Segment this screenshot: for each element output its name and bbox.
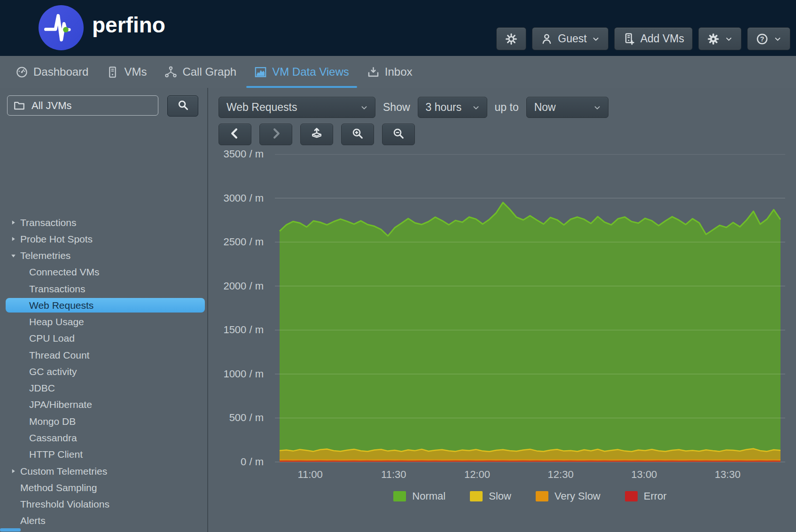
tree-item-method-sampling[interactable]: Method Sampling [6, 480, 205, 495]
tree-item-label: Probe Hot Spots [20, 234, 93, 245]
user-icon [540, 32, 553, 45]
legend-swatch [470, 491, 483, 501]
tree-item-label: Mongo DB [29, 416, 76, 427]
tree-item-transactions[interactable]: Transactions [6, 215, 205, 230]
tree-item-label: Thread Count [29, 350, 89, 361]
user-menu-button[interactable]: Guest [532, 27, 608, 50]
show-label: Show [383, 101, 410, 114]
settings-menu-button[interactable] [698, 27, 741, 50]
export-icon [310, 127, 323, 142]
x-axis-label: 13:30 [706, 469, 749, 481]
tree-item-memory[interactable]: Memory [6, 530, 205, 532]
x-axis-label: 12:30 [539, 469, 582, 481]
tab-inbox[interactable]: Inbox [358, 56, 421, 88]
sidebar: All JVMs TransactionsProbe Hot SpotsTele… [0, 88, 207, 532]
tree-item-heap-usage[interactable]: Heap Usage [6, 315, 205, 329]
metric-select-value: Web Requests [226, 101, 297, 114]
legend-label: Normal [412, 490, 445, 502]
zoom-out-icon [392, 127, 405, 142]
help-icon: ? [756, 32, 769, 46]
telemetry-tree: TransactionsProbe Hot SpotsTelemetriesCo… [0, 88, 207, 532]
app-title: perfino [92, 12, 165, 38]
chart-toolbar: Web Requests Show 3 hours up to Now [219, 97, 609, 118]
tree-item-web-requests[interactable]: Web Requests [6, 298, 205, 313]
tab-vm-data-views[interactable]: VM Data Views [245, 56, 358, 88]
y-axis-label: 2000 / m [208, 280, 264, 292]
legend-item-normal: Normal [393, 490, 445, 502]
export-button[interactable] [300, 124, 333, 145]
tree-item-cpu-load[interactable]: CPU Load [6, 331, 205, 346]
legend-label: Very Slow [554, 490, 601, 502]
tab-vms[interactable]: VMs [97, 56, 156, 88]
triangle-right-icon[interactable] [10, 236, 17, 242]
tree-item-gc-activity[interactable]: GC activity [6, 364, 205, 379]
vm-data-views-icon [254, 66, 267, 78]
chevron-right-icon [269, 127, 282, 142]
main-content: Web Requests Show 3 hours up to Now [207, 88, 796, 532]
tab-call-graph[interactable]: Call Graph [156, 56, 245, 88]
chevron-down-icon [593, 103, 601, 112]
chevron-down-icon [592, 35, 600, 43]
legend-item-error: Error [625, 490, 667, 502]
tree-item-cassandra[interactable]: Cassandra [6, 431, 205, 446]
add-vms-button[interactable]: Add VMs [614, 27, 693, 50]
tree-item-jpa-hibernate[interactable]: JPA/Hibernate [6, 398, 205, 412]
quick-settings-button[interactable] [496, 27, 526, 50]
tree-item-label: Telemetries [20, 250, 70, 261]
tree-item-jdbc[interactable]: JDBC [6, 381, 205, 396]
tree-item-label: Transactions [29, 283, 85, 295]
tree-item-label: Cassandra [29, 432, 77, 444]
legend-swatch [536, 491, 548, 501]
call-graph-icon [164, 66, 177, 78]
chart-nav-buttons [219, 124, 415, 145]
triangle-down-icon[interactable] [10, 253, 17, 259]
tree-item-threshold-violations[interactable]: Threshold Violations [6, 497, 205, 512]
tree-item-connected-vms[interactable]: Connected VMs [6, 265, 205, 280]
time-range-value: 3 hours [426, 101, 462, 114]
chevron-down-icon [472, 103, 480, 112]
zoom-in-icon [351, 127, 364, 142]
tree-item-probe-hot-spots[interactable]: Probe Hot Spots [6, 232, 205, 246]
tree-item-label: Alerts [20, 515, 46, 526]
chevron-down-icon [773, 35, 782, 43]
add-vms-icon [623, 32, 636, 46]
zoom-in-button[interactable] [341, 124, 374, 145]
tree-item-transactions[interactable]: Transactions [6, 282, 205, 296]
tree-item-label: GC activity [29, 366, 77, 377]
tree-item-mongo-db[interactable]: Mongo DB [6, 414, 205, 429]
perfino-app: perfino Guest Add VMs ? [0, 0, 796, 532]
back-button[interactable] [219, 124, 251, 145]
end-time-select[interactable]: Now [526, 97, 609, 118]
end-time-value: Now [534, 101, 556, 114]
time-range-select[interactable]: 3 hours [418, 97, 487, 118]
y-axis-label: 1000 / m [208, 368, 264, 380]
chevron-down-icon [360, 103, 368, 112]
tree-item-http-client[interactable]: HTTP Client [6, 447, 205, 462]
forward-button[interactable] [259, 124, 292, 145]
main-nav: DashboardVMsCall GraphVM Data ViewsInbox [0, 56, 796, 88]
triangle-right-icon[interactable] [10, 468, 17, 474]
tree-item-custom-telemetries[interactable]: Custom Telemetries [6, 464, 205, 478]
help-menu-button[interactable]: ? [747, 27, 790, 50]
metric-select[interactable]: Web Requests [219, 97, 375, 118]
tree-item-label: Transactions [20, 217, 76, 228]
svg-text:?: ? [760, 35, 765, 43]
inbox-icon [367, 66, 380, 78]
horizontal-scrollbar-thumb[interactable] [0, 528, 21, 532]
tree-item-label: Method Sampling [20, 482, 97, 493]
zoom-out-button[interactable] [382, 124, 415, 145]
tree-item-label: Connected VMs [29, 266, 99, 278]
y-axis-label: 0 / m [208, 456, 264, 468]
web-requests-chart[interactable] [275, 154, 785, 464]
tab-dashboard[interactable]: Dashboard [7, 56, 97, 88]
triangle-right-icon[interactable] [10, 219, 17, 226]
tree-item-label: Heap Usage [29, 316, 84, 328]
x-axis-label: 11:00 [289, 469, 331, 481]
dashboard-icon [16, 66, 28, 78]
tree-item-telemetries[interactable]: Telemetries [6, 249, 205, 263]
legend-label: Slow [489, 490, 511, 502]
tree-item-thread-count[interactable]: Thread Count [6, 348, 205, 362]
tree-item-alerts[interactable]: Alerts [6, 514, 205, 528]
tab-label: VM Data Views [272, 65, 349, 78]
y-axis-label: 500 / m [208, 412, 264, 424]
